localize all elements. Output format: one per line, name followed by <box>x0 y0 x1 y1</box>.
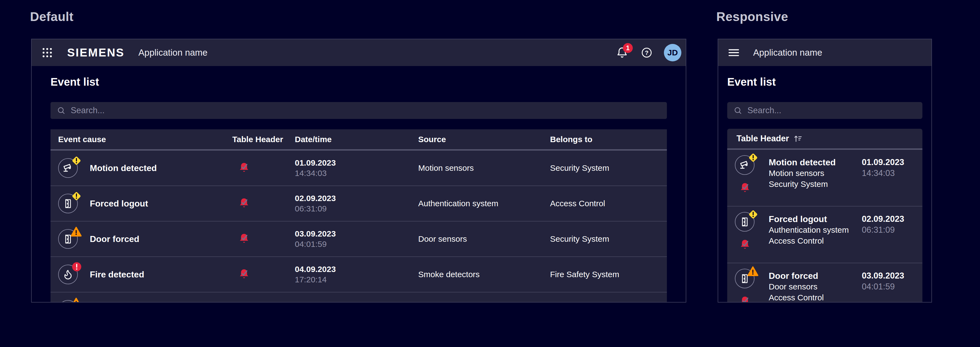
column-header[interactable]: Date/time <box>295 135 418 144</box>
event-type-circle <box>58 194 78 213</box>
responsive-demo-panel: Application name Event list Search... Ta… <box>718 39 932 303</box>
alarm-acknowledged-icon <box>238 197 250 210</box>
event-table: Event causeTable HeaderDate/timeSourceBe… <box>51 129 667 303</box>
table-row[interactable]: Forced logout 02.09.2023 06:31:09 Authen… <box>51 185 667 221</box>
page-title: Event list <box>51 75 667 89</box>
event-cause: Door forced <box>769 270 862 281</box>
alarm-acknowledged-icon <box>739 239 769 251</box>
event-belongs-to: Fire Safety System <box>550 257 667 292</box>
page-title-responsive: Event list <box>727 75 923 89</box>
search-input-responsive[interactable]: Search... <box>727 102 923 119</box>
event-date: 04.09.2023 <box>295 264 336 274</box>
warning-triangle-icon <box>70 297 82 303</box>
siemens-logo: SIEMENS <box>67 46 124 59</box>
event-type-circle <box>735 155 754 175</box>
event-type-circle <box>58 158 78 178</box>
menu-icon[interactable] <box>727 46 740 59</box>
event-time: 14:34:03 <box>862 168 923 179</box>
help-button[interactable]: ? <box>640 46 653 59</box>
event-date: 02.09.2023 <box>295 193 336 203</box>
event-source: Door sensors <box>769 281 862 292</box>
notification-badge: 1 <box>623 43 633 53</box>
event-cause: Forced logout <box>90 199 148 209</box>
event-time: 14:34:03 <box>295 168 327 178</box>
event-type-circle <box>735 269 754 288</box>
sort-ascending-icon <box>793 134 803 144</box>
column-header[interactable]: Table Header <box>232 135 295 144</box>
application-name: Application name <box>753 48 822 58</box>
event-date: 03.09.2023 <box>295 228 336 239</box>
event-card-body: Motion detected Motion sensors Security … <box>727 150 923 303</box>
event-source: Authentication system <box>418 186 550 221</box>
search-icon <box>733 106 743 115</box>
event-card[interactable]: Motion detected Motion sensors Security … <box>727 150 923 206</box>
event-source: Motion sensors <box>769 168 862 179</box>
event-cause: Door forced <box>90 234 139 244</box>
app-header-responsive: Application name <box>718 39 931 66</box>
column-header[interactable]: Source <box>418 135 550 144</box>
event-time: 17:20:14 <box>295 274 327 285</box>
alert-circle-icon <box>71 261 82 272</box>
event-type-circle <box>58 229 78 249</box>
event-belongs-to: Security System <box>550 151 667 185</box>
alarm-acknowledged-icon <box>238 162 250 174</box>
warning-diamond-icon <box>71 155 82 166</box>
alarm-acknowledged-icon <box>238 268 250 281</box>
application-name: Application name <box>138 48 207 58</box>
responsive-content: Event list Search... Table Header <box>718 75 931 303</box>
event-table-body: Motion detected 01.09.2023 14:34:03 Moti… <box>51 151 667 303</box>
table-row[interactable]: Door forced 03.09.2023 04:01:59 Door sen… <box>51 221 667 257</box>
event-card[interactable]: Forced logout Authentication system Acce… <box>727 206 923 263</box>
warning-diamond-icon <box>748 152 759 163</box>
search-placeholder: Search... <box>748 106 781 116</box>
column-header[interactable]: Event cause <box>51 135 232 144</box>
event-cause: Motion detected <box>769 157 862 168</box>
event-time: 04:01:59 <box>862 281 923 292</box>
column-header[interactable]: Belongs to <box>550 135 667 144</box>
event-source: Door sensors <box>418 222 550 257</box>
event-type-circle <box>735 212 754 231</box>
user-avatar[interactable]: JD <box>664 44 681 61</box>
table-row[interactable]: 05.09.2023 <box>51 292 667 303</box>
svg-text:?: ? <box>645 49 648 56</box>
event-cause: Fire detected <box>90 269 144 280</box>
alarm-acknowledged-icon <box>739 295 769 303</box>
event-date: 01.09.2023 <box>862 157 923 168</box>
event-date: 03.09.2023 <box>862 270 923 281</box>
alarm-acknowledged-icon <box>739 182 769 195</box>
event-date: 01.09.2023 <box>295 158 336 168</box>
app-header: SIEMENS Application name 1 ? JD <box>32 39 686 66</box>
event-belongs-to: Access Control <box>550 186 667 221</box>
table-header-sort[interactable]: Table Header <box>727 129 923 150</box>
search-input[interactable]: Search... <box>51 102 667 119</box>
event-type-circle <box>58 265 78 284</box>
event-belongs-to: Access Control <box>769 235 862 246</box>
table-row[interactable]: Fire detected 04.09.2023 17:20:14 Smoke … <box>51 257 667 292</box>
search-icon <box>57 106 66 115</box>
notifications-button[interactable]: 1 <box>616 46 628 59</box>
table-header-label: Table Header <box>737 134 789 144</box>
event-time: 06:31:09 <box>295 203 327 214</box>
event-time: 06:31:09 <box>862 225 923 235</box>
event-card[interactable]: Door forced Door sensors Access Control … <box>727 263 923 303</box>
alarm-acknowledged-icon <box>238 233 250 245</box>
default-content: Event list Search... Event causeTable He… <box>32 75 686 303</box>
app-switcher-icon[interactable] <box>41 46 54 59</box>
event-source: Motion sensors <box>418 151 550 185</box>
section-title-default: Default <box>30 9 73 24</box>
table-row[interactable]: Motion detected 01.09.2023 14:34:03 Moti… <box>51 151 667 185</box>
event-cause: Motion detected <box>90 163 157 173</box>
default-demo-panel: SIEMENS Application name 1 ? JD Event li… <box>31 39 686 303</box>
event-belongs-to: Security System <box>769 179 862 190</box>
warning-diamond-icon <box>748 209 759 220</box>
event-source <box>418 292 550 303</box>
event-source: Authentication system <box>769 225 862 235</box>
event-card-list: Table Header <box>727 129 923 303</box>
event-time: 04:01:59 <box>295 239 327 249</box>
warning-triangle-icon <box>70 226 82 238</box>
event-type-circle <box>58 300 78 303</box>
event-date: 02.09.2023 <box>862 214 923 225</box>
event-cause: Forced logout <box>769 214 862 225</box>
search-placeholder: Search... <box>71 106 105 116</box>
event-source: Smoke detectors <box>418 257 550 292</box>
